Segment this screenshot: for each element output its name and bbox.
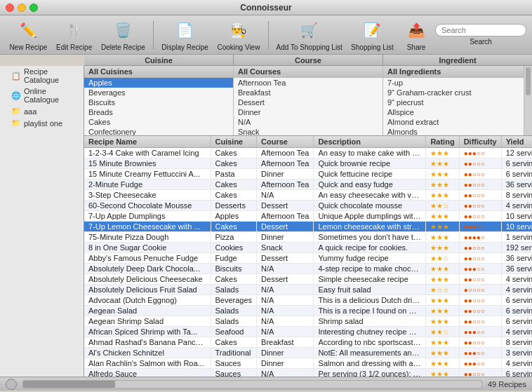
col-difficulty[interactable]: Difficulty xyxy=(459,136,501,148)
table-cell: 6 serving xyxy=(501,306,532,316)
add-shopping-icon: 🛒 xyxy=(298,19,321,41)
filter-item-confectionery[interactable]: Confectionery xyxy=(84,127,233,135)
sidebar-item-label: Recipe Catalogue xyxy=(24,67,78,84)
table-cell: ★★★ xyxy=(426,211,459,222)
col-rating[interactable]: Rating xyxy=(426,136,459,148)
filter-item-almonds[interactable]: Almonds xyxy=(383,127,532,135)
table-row[interactable]: Aegean Shrimp SaladSaladsN/AShrimp salad… xyxy=(84,316,532,327)
table-row[interactable]: 15 Minute BrowniesCakesAfternoon TeaQuic… xyxy=(84,158,532,169)
table-row[interactable]: 8 in One Sugar CookieCookiesSnackA quick… xyxy=(84,243,532,253)
sidebar-item-aaa[interactable]: 📁 aaa xyxy=(0,105,84,117)
table-row[interactable]: Absolutely Delicious CheesecakeCakesDess… xyxy=(84,274,532,285)
table-row[interactable]: Al's Chicken SchnitzelTraditionalDinnerN… xyxy=(84,348,532,358)
table-row[interactable]: 75-Minute Pizza DoughPizzaDinnerSometime… xyxy=(84,232,532,243)
share-button[interactable]: 📤 Share xyxy=(399,17,434,53)
table-row[interactable]: Alfredo SauceSaucesN/APer serving (3 1/2… xyxy=(84,369,532,377)
table-cell: ●●○○○ xyxy=(459,316,501,327)
search-input[interactable] xyxy=(435,24,526,36)
ingredient-filter: All Ingredients 7-up 9" Graham-cracker c… xyxy=(383,66,532,135)
table-row[interactable]: 2-Minute FudgeCakesAfternoon TeaQuick an… xyxy=(84,180,532,190)
table-row[interactable]: 15 Minute Creamy Fettuccini A...PastaDin… xyxy=(84,169,532,180)
sidebar-item-recipe-catalogue[interactable]: 📋 Recipe Catalogue xyxy=(0,66,84,86)
filter-item-breakfast[interactable]: Breakfast xyxy=(234,88,383,97)
table-row[interactable]: 3-Step CheesecakeCakesN/AAn easy cheesec… xyxy=(84,190,532,201)
filter-item-allspice[interactable]: Allspice xyxy=(383,107,532,117)
filter-item-7up[interactable]: 7-up xyxy=(383,78,532,88)
display-recipe-button[interactable]: 📄 Display Recipe xyxy=(158,17,212,53)
filter-item-beverages[interactable]: Beverages xyxy=(84,88,233,97)
cooking-view-button[interactable]: 👨‍🍳 Cooking View xyxy=(213,17,264,53)
table-cell: Afternoon Tea xyxy=(257,211,314,222)
table-row[interactable]: Absolutely Deep Dark Chocola...BiscuitsN… xyxy=(84,264,532,274)
edit-recipe-button[interactable]: 🍴 Edit Recipe xyxy=(53,17,96,53)
table-cell: N/A xyxy=(257,264,314,274)
table-row[interactable]: Abby's Famous Penuche FudgeFudgeDessertY… xyxy=(84,253,532,264)
table-cell: ★★★ xyxy=(426,158,459,169)
table-cell: Lemon cheesecake with strawberr... xyxy=(314,222,426,232)
table-cell: ●●○○○ xyxy=(459,169,501,180)
table-row[interactable]: 7-Up Apple DumplingsApplesAfternoon TeaU… xyxy=(84,211,532,222)
scroll-thumb xyxy=(23,381,115,388)
table-cell: ★★★ xyxy=(426,348,459,358)
sidebar-item-playlist-one[interactable]: 📁 playlist one xyxy=(0,117,84,129)
table-cell: Quick brownie recipe xyxy=(314,158,426,169)
delete-recipe-button[interactable]: 🗑️ Delete Recipe xyxy=(98,17,149,53)
table-row[interactable]: 60-Second Chocolate MousseDessertsDesser… xyxy=(84,201,532,211)
table-cell: Absolutely Deep Dark Chocola... xyxy=(84,264,211,274)
table-cell: ★★★ xyxy=(426,358,459,369)
table-row[interactable]: Absolutely Delicious Fruit SaladSaladsN/… xyxy=(84,285,532,295)
table-row[interactable]: Aegean SaladSaladsN/AThis is a recipe I … xyxy=(84,306,532,316)
maximize-button[interactable] xyxy=(29,4,38,12)
col-description[interactable]: Description xyxy=(314,136,426,148)
table-row[interactable]: Alan Rachlin's Salmon with Roa...SaucesD… xyxy=(84,358,532,369)
table-cell: N/A xyxy=(257,285,314,295)
shopping-list-button[interactable]: 📝 Shopping List xyxy=(347,17,397,53)
delete-recipe-label: Delete Recipe xyxy=(101,43,145,51)
table-cell: Quick fettucine recipe xyxy=(314,169,426,180)
sidebar-item-online-catalogue[interactable]: 🌐 Online Catalogue xyxy=(0,86,84,105)
table-row[interactable]: 7-Up Lemon Cheesecake with ...CakesDesse… xyxy=(84,222,532,232)
table-row[interactable]: African Spiced Shrimp with Ta...SeafoodN… xyxy=(84,327,532,337)
col-course[interactable]: Course xyxy=(257,136,314,148)
horizontal-scrollbar[interactable] xyxy=(22,380,482,388)
table-row[interactable]: 1-2-3-4 Cake with Caramel IcingCakesAfte… xyxy=(84,148,532,158)
edit-recipe-icon: 🍴 xyxy=(63,19,86,41)
filter-item-almond-extract[interactable]: Almond extract xyxy=(383,117,532,127)
table-row[interactable]: Ahmad Rashad's Banana PancakesCakesBreak… xyxy=(84,337,532,348)
table-cell: ★★★ xyxy=(426,190,459,201)
filter-item-dinner[interactable]: Dinner xyxy=(234,107,383,117)
table-cell: 4 serving xyxy=(501,358,532,369)
table-cell: Sauces xyxy=(211,369,257,377)
filter-item-na[interactable]: N/A xyxy=(234,117,383,127)
new-recipe-button[interactable]: ✏️ New Recipe xyxy=(6,17,51,53)
edit-recipe-label: Edit Recipe xyxy=(56,43,92,51)
table-cell: 8 serving xyxy=(501,190,532,201)
filter-item-graham[interactable]: 9" Graham-cracker crust xyxy=(383,88,532,97)
right-panel: All Cuisines Apples Beverages Biscuits B… xyxy=(84,66,532,377)
filter-item-piecrust[interactable]: 9" piecrust xyxy=(383,97,532,107)
filter-item-breads[interactable]: Breads xyxy=(84,107,233,117)
close-button[interactable] xyxy=(6,4,14,12)
sidebar-item-label: aaa xyxy=(24,107,36,116)
table-row[interactable]: Advocaat (Dutch Eggnog)BeveragesN/AThis … xyxy=(84,295,532,306)
col-cuisine[interactable]: Cuisine xyxy=(211,136,257,148)
col-yield[interactable]: Yield xyxy=(501,136,532,148)
filter-item-snack[interactable]: Snack xyxy=(234,127,383,135)
table-cell: Dessert xyxy=(257,253,314,264)
table-cell: ★★★ xyxy=(426,169,459,180)
filter-item-afternoon-tea[interactable]: Afternoon Tea xyxy=(234,78,383,88)
filter-item-apples[interactable]: Apples xyxy=(84,78,233,88)
table-cell: N/A xyxy=(257,190,314,201)
filter-item-cakes[interactable]: Cakes xyxy=(84,117,233,127)
table-cell: 12 serving xyxy=(501,148,532,158)
table-cell: N/A xyxy=(257,327,314,337)
add-shopping-button[interactable]: 🛒 Add To Shopping List xyxy=(273,17,346,53)
table-cell: Unique Apple dumplings with 7-U... xyxy=(314,211,426,222)
filter-item-biscuits[interactable]: Biscuits xyxy=(84,97,233,107)
col-recipe-name[interactable]: Recipe Name xyxy=(84,136,211,148)
minimize-button[interactable] xyxy=(18,4,26,12)
filter-item-dessert[interactable]: Dessert xyxy=(234,97,383,107)
main-content: 📋 Recipe Catalogue 🌐 Online Catalogue 📁 … xyxy=(0,66,532,377)
table-cell: ★☆☆ xyxy=(426,285,459,295)
ingredient-scrollbar[interactable] xyxy=(524,66,532,135)
